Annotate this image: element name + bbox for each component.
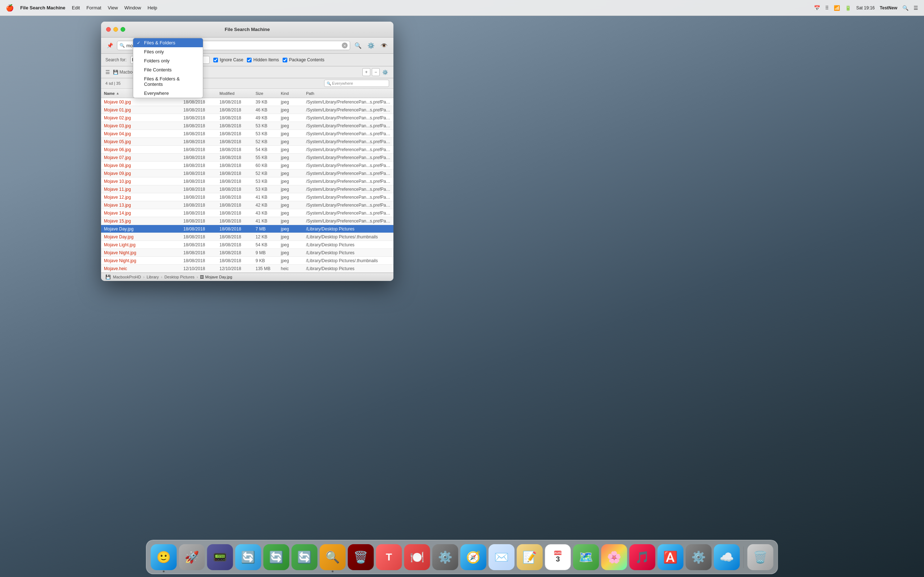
dock-icon-trash[interactable]: 🗑️ bbox=[748, 544, 774, 570]
file-created: 18/08/2018 bbox=[183, 171, 220, 176]
file-path: /System/Library/PreferencePan...s.prefPa… bbox=[306, 108, 391, 113]
file-row[interactable]: Mojave.heic 12/10/2018 12/10/2018 135 MB… bbox=[101, 265, 393, 272]
menu-view[interactable]: View bbox=[108, 5, 118, 10]
notification-center-icon[interactable]: 📅 bbox=[814, 5, 820, 11]
file-kind: jpeg bbox=[281, 211, 306, 216]
file-row[interactable]: Mojave 00.jpg 18/08/2018 18/08/2018 39 K… bbox=[101, 98, 393, 106]
col-kind-header[interactable]: Kind bbox=[281, 91, 306, 95]
dock-icon-sync2[interactable]: 🔄 bbox=[263, 544, 289, 570]
dock-icon-photos[interactable]: 🌸 bbox=[601, 544, 627, 570]
apple-menu[interactable]: 🍎 bbox=[6, 4, 14, 12]
file-row[interactable]: Mojave 08.jpg 18/08/2018 18/08/2018 60 K… bbox=[101, 161, 393, 169]
file-size: 49 KB bbox=[255, 115, 281, 121]
file-row[interactable]: Mojave 11.jpg 18/08/2018 18/08/2018 53 K… bbox=[101, 185, 393, 193]
col-modified-header[interactable]: Modified bbox=[220, 91, 255, 95]
dropdown-menu-item[interactable]: Files & Folders & Contents bbox=[133, 74, 203, 89]
file-modified: 18/08/2018 bbox=[220, 100, 255, 105]
search-button[interactable]: 🔍 bbox=[353, 40, 363, 50]
file-row[interactable]: Mojave 04.jpg 18/08/2018 18/08/2018 53 K… bbox=[101, 130, 393, 138]
menu-app-name[interactable]: File Search Machine bbox=[20, 5, 65, 10]
dock: 🙂🚀📟🔄🔄🔄🔍🗑️T🍽️⚙️🧭✉️📝AUG3🗺️🌸🎵🅰️⚙️☁️🗑️ bbox=[146, 540, 778, 574]
close-button[interactable] bbox=[106, 27, 111, 32]
file-row[interactable]: Mojave 15.jpg 18/08/2018 18/08/2018 41 K… bbox=[101, 217, 393, 225]
file-path: /System/Library/PreferencePan...s.prefPa… bbox=[306, 115, 391, 121]
dock-icon-sync3[interactable]: 🔄 bbox=[292, 544, 318, 570]
dock-icon-notefile[interactable]: 📝 bbox=[517, 544, 543, 570]
dock-icon-cal[interactable]: AUG3 bbox=[545, 544, 571, 570]
username[interactable]: TestNew bbox=[880, 5, 897, 10]
dock-icon-search[interactable]: 🔍 bbox=[320, 544, 346, 570]
dock-icon-prefs[interactable]: ⚙️ bbox=[432, 544, 459, 570]
dock-icon-text[interactable]: T bbox=[376, 544, 402, 570]
wifi-icon[interactable]: 📶 bbox=[834, 5, 840, 11]
file-name: Mojave Day.jpg bbox=[104, 226, 183, 232]
preview-button[interactable]: 👁️ bbox=[379, 40, 389, 50]
file-path: /System/Library/PreferencePan...s.prefPa… bbox=[306, 187, 391, 192]
dock-icon-safari[interactable]: 🧭 bbox=[460, 544, 486, 570]
dock-icon-finder[interactable]: 🙂 bbox=[151, 544, 177, 570]
file-row[interactable]: Mojave 09.jpg 18/08/2018 18/08/2018 52 K… bbox=[101, 169, 393, 177]
file-created: 18/08/2018 bbox=[183, 250, 220, 255]
menu-edit[interactable]: Edit bbox=[72, 5, 80, 10]
file-row[interactable]: Mojave 13.jpg 18/08/2018 18/08/2018 42 K… bbox=[101, 201, 393, 209]
dropdown-menu-item[interactable]: Everywhere bbox=[133, 89, 203, 98]
file-size: 60 KB bbox=[255, 163, 281, 168]
menu-format[interactable]: Format bbox=[86, 5, 101, 10]
hidden-items-checkbox[interactable] bbox=[247, 58, 252, 62]
search-clear-button[interactable]: ✕ bbox=[342, 43, 347, 48]
dock-icon-food[interactable]: 🍽️ bbox=[404, 544, 430, 570]
notification-icon[interactable]: ☰ bbox=[914, 5, 918, 11]
dropdown-menu-item[interactable]: Folders only bbox=[133, 56, 203, 65]
menu-window[interactable]: Window bbox=[124, 5, 141, 10]
file-row[interactable]: Mojave 14.jpg 18/08/2018 18/08/2018 43 K… bbox=[101, 209, 393, 217]
scope-search-bar[interactable]: 🔍 Everywhere bbox=[324, 80, 389, 87]
pin-button[interactable]: 📌 bbox=[105, 41, 114, 50]
file-row[interactable]: Mojave 06.jpg 18/08/2018 18/08/2018 54 K… bbox=[101, 146, 393, 154]
file-modified: 18/08/2018 bbox=[220, 179, 255, 184]
file-row[interactable]: Mojave Day.jpg 18/08/2018 18/08/2018 12 … bbox=[101, 233, 393, 241]
dock-icon-sysprefsapp[interactable]: ⚙️ bbox=[686, 544, 712, 570]
battery-icon[interactable]: 🔋 bbox=[845, 5, 851, 11]
minimize-button[interactable] bbox=[113, 27, 118, 32]
scope-gear-button[interactable]: ⚙️ bbox=[381, 68, 389, 76]
dock-icon-letter[interactable]: ✉️ bbox=[489, 544, 515, 570]
dropdown-menu-item[interactable]: ✓Files & Folders bbox=[133, 38, 203, 47]
remove-scope-button[interactable]: − bbox=[372, 68, 380, 76]
breadcrumb-library[interactable]: Library bbox=[147, 275, 159, 279]
file-row[interactable]: Mojave Day.jpg 18/08/2018 18/08/2018 7 M… bbox=[101, 225, 393, 233]
file-size: 53 KB bbox=[255, 123, 281, 128]
file-row[interactable]: Mojave Night.jpg 18/08/2018 18/08/2018 9… bbox=[101, 257, 393, 265]
dock-icon-sync1[interactable]: 🔄 bbox=[235, 544, 261, 570]
file-row[interactable]: Mojave 07.jpg 18/08/2018 18/08/2018 55 K… bbox=[101, 154, 393, 161]
file-row[interactable]: Mojave 10.jpg 18/08/2018 18/08/2018 53 K… bbox=[101, 177, 393, 185]
ignore-case-checkbox[interactable] bbox=[213, 58, 218, 62]
col-size-header[interactable]: Size bbox=[255, 91, 281, 95]
file-row[interactable]: Mojave 02.jpg 18/08/2018 18/08/2018 49 K… bbox=[101, 114, 393, 122]
breadcrumb-macbook[interactable]: MacbookProHD bbox=[113, 275, 141, 279]
spotlight-icon[interactable]: 🔍 bbox=[902, 5, 908, 11]
package-contents-checkbox[interactable] bbox=[283, 58, 287, 62]
file-row[interactable]: Mojave Night.jpg 18/08/2018 18/08/2018 9… bbox=[101, 249, 393, 257]
file-row[interactable]: Mojave 01.jpg 18/08/2018 18/08/2018 46 K… bbox=[101, 106, 393, 114]
file-row[interactable]: Mojave 05.jpg 18/08/2018 18/08/2018 52 K… bbox=[101, 138, 393, 146]
settings-button[interactable]: ⚙️ bbox=[366, 40, 376, 50]
dropdown-menu-item[interactable]: File Contents bbox=[133, 65, 203, 74]
dock-icon-delete[interactable]: 🗑️ bbox=[348, 544, 374, 570]
dock-icon-icloud[interactable]: ☁️ bbox=[714, 544, 740, 570]
dock-icon-music[interactable]: 🎵 bbox=[630, 544, 656, 570]
maximize-button[interactable] bbox=[121, 27, 125, 32]
file-row[interactable]: Mojave 03.jpg 18/08/2018 18/08/2018 53 K… bbox=[101, 122, 393, 130]
dock-icon-appstore[interactable]: 🅰️ bbox=[657, 544, 683, 570]
file-row[interactable]: Mojave Light.jpg 18/08/2018 18/08/2018 5… bbox=[101, 241, 393, 249]
dock-icon-prompt[interactable]: 📟 bbox=[207, 544, 233, 570]
add-scope-button[interactable]: + bbox=[362, 68, 370, 76]
file-row[interactable]: Mojave 12.jpg 18/08/2018 18/08/2018 41 K… bbox=[101, 193, 393, 201]
menu-help[interactable]: Help bbox=[148, 5, 157, 10]
menu-extras-icon[interactable]: ⠿ bbox=[825, 5, 829, 11]
package-contents-group: Package Contents bbox=[283, 57, 325, 62]
breadcrumb-desktop-pictures[interactable]: Desktop Pictures bbox=[165, 275, 195, 279]
dock-icon-maps[interactable]: 🗺️ bbox=[573, 544, 599, 570]
col-path-header[interactable]: Path bbox=[306, 91, 391, 95]
dock-icon-rocket[interactable]: 🚀 bbox=[179, 544, 205, 570]
dropdown-menu-item[interactable]: Files only bbox=[133, 47, 203, 56]
